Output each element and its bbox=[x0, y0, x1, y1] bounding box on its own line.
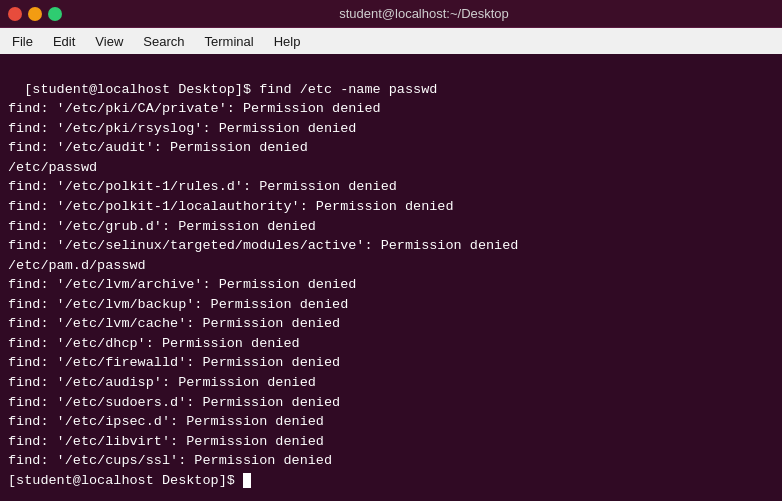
terminal-output: find: '/etc/dhcp': Permission denied bbox=[8, 336, 300, 351]
terminal-output: find: '/etc/lvm/archive': Permission den… bbox=[8, 277, 356, 292]
menu-item-file[interactable]: File bbox=[4, 32, 41, 51]
close-button[interactable] bbox=[8, 7, 22, 21]
terminal-output: find: '/etc/sudoers.d': Permission denie… bbox=[8, 395, 340, 410]
maximize-button[interactable] bbox=[48, 7, 62, 21]
terminal-output: find: '/etc/pki/rsyslog': Permission den… bbox=[8, 121, 356, 136]
terminal-content[interactable]: [student@localhost Desktop]$ find /etc -… bbox=[0, 54, 782, 501]
menu-item-edit[interactable]: Edit bbox=[45, 32, 83, 51]
terminal-output: find: '/etc/pki/CA/private': Permission … bbox=[8, 101, 381, 116]
terminal-window: student@localhost:~/Desktop FileEditView… bbox=[0, 0, 782, 501]
terminal-output: /etc/passwd bbox=[8, 160, 97, 175]
terminal-output: find: '/etc/libvirt': Permission denied bbox=[8, 434, 324, 449]
terminal-command: [student@localhost Desktop]$ find /etc -… bbox=[24, 82, 437, 97]
title-bar: student@localhost:~/Desktop bbox=[0, 0, 782, 28]
menu-item-view[interactable]: View bbox=[87, 32, 131, 51]
terminal-output: find: '/etc/polkit-1/rules.d': Permissio… bbox=[8, 179, 397, 194]
terminal-prompt: [student@localhost Desktop]$ bbox=[8, 473, 243, 488]
window-title: student@localhost:~/Desktop bbox=[74, 6, 774, 21]
terminal-output: find: '/etc/polkit-1/localauthority': Pe… bbox=[8, 199, 454, 214]
terminal-output: find: '/etc/audisp': Permission denied bbox=[8, 375, 316, 390]
menu-item-terminal[interactable]: Terminal bbox=[197, 32, 262, 51]
menu-item-search[interactable]: Search bbox=[135, 32, 192, 51]
cursor bbox=[243, 473, 251, 488]
menu-bar: FileEditViewSearchTerminalHelp bbox=[0, 28, 782, 54]
terminal-output: find: '/etc/grub.d': Permission denied bbox=[8, 219, 316, 234]
terminal-output: find: '/etc/ipsec.d': Permission denied bbox=[8, 414, 324, 429]
title-bar-buttons bbox=[8, 7, 62, 21]
terminal-output: find: '/etc/audit': Permission denied bbox=[8, 140, 308, 155]
minimize-button[interactable] bbox=[28, 7, 42, 21]
terminal-output: find: '/etc/firewalld': Permission denie… bbox=[8, 355, 340, 370]
menu-item-help[interactable]: Help bbox=[266, 32, 309, 51]
terminal-output: find: '/etc/cups/ssl': Permission denied bbox=[8, 453, 332, 468]
terminal-output: find: '/etc/selinux/targeted/modules/act… bbox=[8, 238, 518, 253]
terminal-output: find: '/etc/lvm/cache': Permission denie… bbox=[8, 316, 340, 331]
terminal-output: find: '/etc/lvm/backup': Permission deni… bbox=[8, 297, 348, 312]
terminal-output: /etc/pam.d/passwd bbox=[8, 258, 146, 273]
